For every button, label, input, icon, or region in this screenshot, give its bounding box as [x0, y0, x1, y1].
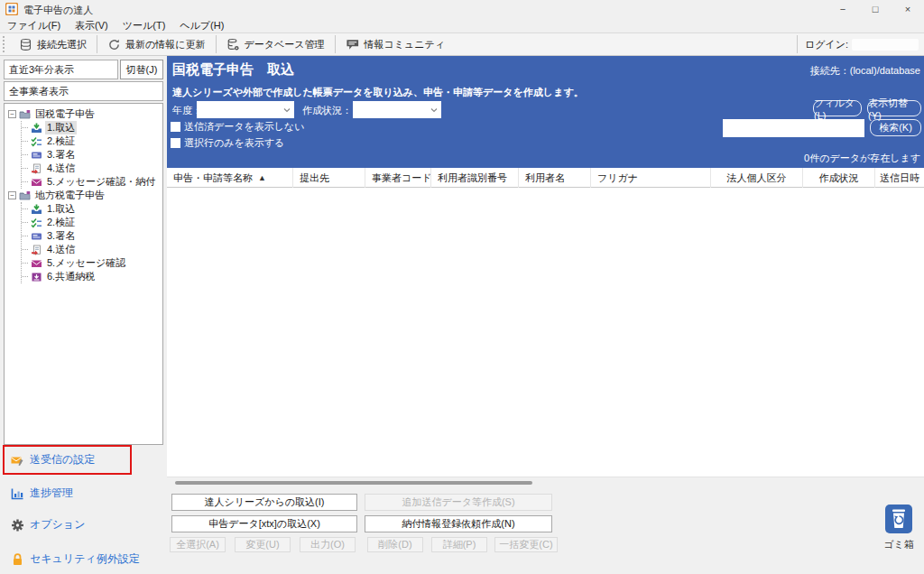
- sort-ascending-icon: ▲: [258, 173, 266, 182]
- maximize-button[interactable]: □: [859, 0, 892, 18]
- tree-item-label[interactable]: 2.検証: [45, 216, 77, 229]
- checkbox-selected-only-row[interactable]: 選択行のみを表示する: [171, 136, 284, 150]
- lock-icon: [11, 553, 24, 566]
- all-business-display-box[interactable]: 全事業者表示: [4, 81, 163, 101]
- tree-item-label[interactable]: 5.メッセージ確認・納付: [45, 175, 157, 189]
- tree-item-label[interactable]: 2.検証: [45, 134, 77, 148]
- tree-item-national-send[interactable]: 4.送信: [22, 162, 162, 175]
- send-icon: [31, 245, 42, 255]
- tree-item-local-verify[interactable]: 2.検証: [22, 216, 162, 229]
- sidebar-link-progress-management[interactable]: 進捗管理: [11, 486, 73, 501]
- column-header-send-datetime[interactable]: 送信日時: [875, 168, 924, 188]
- info-community-button[interactable]: 情報コミュニティ: [336, 33, 456, 55]
- create-payment-info-button[interactable]: 納付情報登録依頼作成(N): [365, 515, 552, 532]
- tree-item-local-sign[interactable]: 3.署名: [22, 229, 162, 243]
- page-title: 国税電子申告 取込: [172, 61, 294, 79]
- connect-destination-button[interactable]: 接続先選択: [9, 33, 97, 55]
- close-button[interactable]: ×: [892, 0, 924, 18]
- collapse-icon[interactable]: −: [8, 191, 16, 199]
- toolbar-item-label: データベース管理: [245, 38, 325, 51]
- tree-root-local-tax[interactable]: − 地方税電子申告: [8, 189, 162, 202]
- import-from-tatsujin-button[interactable]: 達人シリーズからの取込(I): [171, 494, 357, 511]
- gear-icon: [11, 519, 24, 532]
- trash-icon[interactable]: [884, 504, 913, 534]
- tree-item-label[interactable]: 3.署名: [45, 229, 77, 243]
- column-header-destination[interactable]: 提出先: [293, 168, 365, 188]
- tree-item-label[interactable]: 3.署名: [45, 148, 77, 162]
- sidebar-link-options[interactable]: オプション: [11, 517, 85, 532]
- column-header-creation-status[interactable]: 作成状況: [803, 168, 875, 188]
- sidebar-link-label[interactable]: 進捗管理: [30, 486, 73, 501]
- tree-panel[interactable]: − 国税電子申告 1.取込 2.検証 3.署名: [4, 103, 163, 445]
- column-header-user-id[interactable]: 利用者識別番号: [431, 168, 519, 188]
- column-header-user-name[interactable]: 利用者名: [519, 168, 591, 188]
- tree-item-local-send[interactable]: 4.送信: [22, 243, 162, 256]
- sidebar-link-security-exception[interactable]: セキュリティ例外設定: [11, 551, 140, 567]
- tree-item-label[interactable]: 1.取込: [45, 121, 77, 134]
- login-label: ログイン:: [798, 38, 852, 51]
- community-icon: [346, 38, 360, 51]
- toolbar-grip[interactable]: [3, 36, 5, 52]
- column-label: 申告・申請等名称: [173, 171, 253, 185]
- database-manage-button[interactable]: データベース管理: [217, 33, 335, 55]
- menu-file[interactable]: ファイル(F): [0, 19, 68, 32]
- action-button-panel: 達人シリーズからの取込(I) 追加送信データ等作成(S) 申告データ[xtx]の…: [167, 487, 924, 574]
- checkbox[interactable]: [171, 138, 180, 148]
- column-header-business-code[interactable]: 事業者コード: [365, 168, 431, 188]
- toolbar-item-label: 最新の情報に更新: [125, 38, 206, 51]
- refresh-icon: [107, 38, 121, 51]
- menu-help[interactable]: ヘルプ(H): [172, 19, 231, 32]
- tree-item-local-import[interactable]: 1.取込: [22, 202, 162, 216]
- table-body-empty[interactable]: [167, 188, 924, 477]
- search-input[interactable]: [723, 119, 864, 137]
- refresh-button[interactable]: 最新の情報に更新: [97, 33, 216, 55]
- import-xtx-data-button[interactable]: 申告データ[xtx]の取込(X): [171, 515, 357, 532]
- tree-item-label[interactable]: 4.送信: [45, 243, 77, 256]
- period-display-box[interactable]: 直近3年分表示: [4, 60, 118, 79]
- menu-view[interactable]: 表示(V): [68, 19, 116, 32]
- tree-item-local-message[interactable]: 5.メッセージ確認: [22, 256, 162, 270]
- horizontal-scrollbar[interactable]: [167, 477, 924, 487]
- minimize-button[interactable]: −: [827, 0, 859, 18]
- sidebar-link-label[interactable]: オプション: [30, 517, 85, 532]
- tree-root-national-tax[interactable]: − 国税電子申告: [8, 107, 162, 121]
- sidebar-link-label[interactable]: セキュリティ例外設定: [30, 551, 140, 567]
- tree-item-national-sign[interactable]: 3.署名: [22, 148, 162, 162]
- view-toggle-button[interactable]: 表示切替(Y): [867, 100, 921, 116]
- column-header-entity-type[interactable]: 法人個人区分: [711, 168, 803, 188]
- sign-icon: [31, 150, 42, 161]
- output-button: 出力(O): [300, 537, 356, 552]
- tree-item-label[interactable]: 4.送信: [45, 162, 77, 175]
- tree-root-label[interactable]: 国税電子申告: [33, 107, 97, 121]
- checkbox[interactable]: [171, 122, 180, 132]
- detail-button: 詳細(P): [431, 537, 487, 552]
- sidebar-link-send-receive-settings[interactable]: 送受信の設定: [11, 452, 95, 468]
- tree-item-local-common-tax[interactable]: 6.共通納税: [22, 270, 162, 283]
- tax-payment-icon: [31, 272, 42, 282]
- year-dropdown[interactable]: [197, 101, 294, 118]
- tree-item-national-message[interactable]: 5.メッセージ確認・納付: [22, 175, 162, 189]
- filter-button[interactable]: フィルタ(L): [813, 100, 862, 116]
- switch-button[interactable]: 切替(J): [120, 60, 163, 79]
- tree-item-label[interactable]: 6.共通納税: [45, 270, 97, 283]
- tree-root-label[interactable]: 地方税電子申告: [33, 189, 106, 202]
- table-header: 申告・申請等名称 ▲ 提出先 事業者コード 利用者識別番号 利用者名 フリガナ …: [167, 168, 924, 188]
- login-user-redacted: [852, 39, 919, 51]
- tree-item-national-verify[interactable]: 2.検証: [22, 134, 162, 148]
- column-header-name[interactable]: 申告・申請等名称 ▲: [167, 168, 293, 188]
- sidebar-link-label[interactable]: 送受信の設定: [30, 452, 95, 468]
- window-title: 電子申告の達人: [23, 4, 93, 17]
- search-button[interactable]: 検索(K): [870, 119, 921, 136]
- scrollbar-thumb[interactable]: [175, 481, 532, 485]
- checkbox-hide-sent-row[interactable]: 送信済データを表示しない: [171, 120, 305, 134]
- select-all-button: 全選択(A): [170, 537, 226, 552]
- collapse-icon[interactable]: −: [8, 110, 16, 118]
- tree-item-national-import[interactable]: 1.取込: [22, 121, 162, 134]
- menu-tools[interactable]: ツール(T): [116, 19, 173, 32]
- creation-status-label: 作成状況：: [302, 104, 352, 117]
- creation-status-dropdown[interactable]: [353, 101, 441, 118]
- tree-item-label[interactable]: 1.取込: [45, 202, 77, 216]
- column-header-furigana[interactable]: フリガナ: [591, 168, 711, 188]
- tree-item-label[interactable]: 5.メッセージ確認: [45, 256, 127, 270]
- folder-icon: [19, 109, 31, 120]
